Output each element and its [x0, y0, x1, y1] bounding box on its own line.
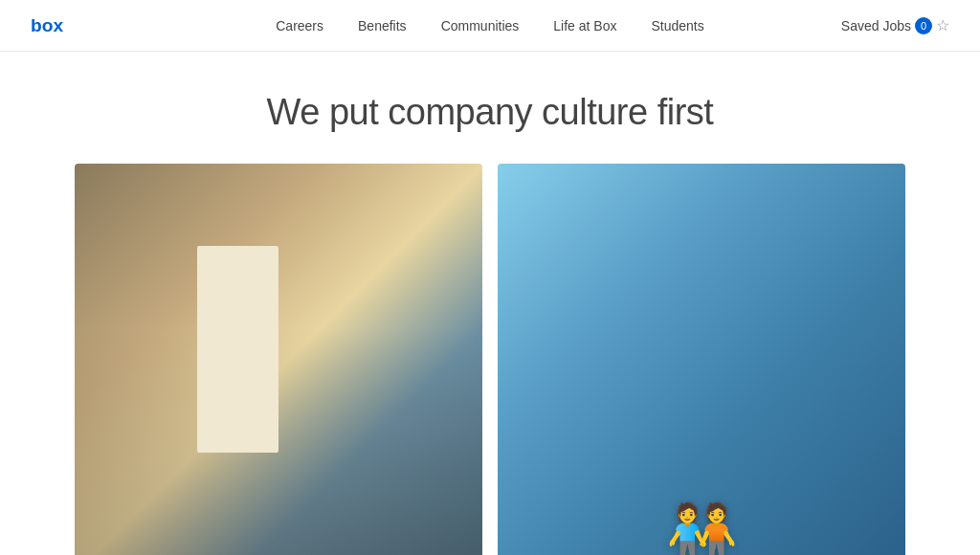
card-students-image: [498, 164, 905, 555]
cards-grid: Life at Box Each Boxer has a unique stor…: [59, 164, 921, 555]
star-icon: ☆: [936, 16, 949, 34]
nav-communities[interactable]: Communities: [441, 18, 520, 33]
saved-jobs-label: Saved Jobs: [841, 18, 911, 33]
saved-jobs-badge: 0: [915, 17, 932, 34]
card-life-at-box-image: [75, 164, 482, 555]
nav-life-at-box[interactable]: Life at Box: [553, 18, 616, 33]
nav-careers[interactable]: Careers: [276, 18, 323, 33]
nav-right: Saved Jobs 0 ☆: [841, 16, 949, 34]
card-students-inner: Opportunities for Students Make an impac…: [498, 164, 905, 555]
card-life-at-box: Life at Box Each Boxer has a unique stor…: [75, 164, 482, 555]
card-life-at-box-inner: Life at Box Each Boxer has a unique stor…: [75, 164, 482, 555]
page-heading: We put company culture first: [0, 92, 980, 133]
logo[interactable]: box: [31, 15, 77, 36]
saved-jobs-link[interactable]: Saved Jobs 0 ☆: [841, 16, 949, 34]
main-nav: box Careers Benefits Communities Life at…: [0, 0, 980, 52]
nav-benefits[interactable]: Benefits: [358, 18, 407, 33]
nav-links: Careers Benefits Communities Life at Box…: [276, 18, 704, 33]
svg-text:box: box: [31, 15, 63, 35]
nav-students[interactable]: Students: [651, 18, 703, 33]
card-students: Opportunities for Students Make an impac…: [498, 164, 905, 555]
hero-section: We put company culture first: [0, 52, 980, 164]
